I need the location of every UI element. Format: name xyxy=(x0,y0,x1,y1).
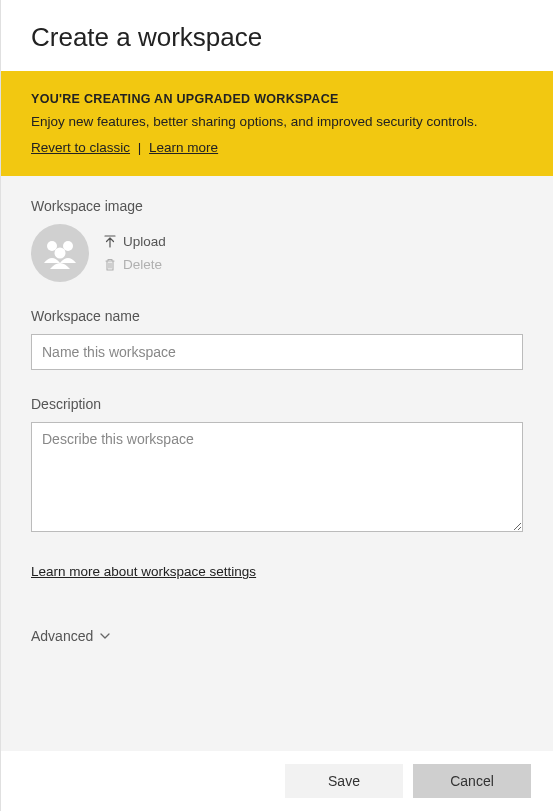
workspace-avatar-placeholder xyxy=(31,224,89,282)
upgrade-banner: YOU'RE CREATING AN UPGRADED WORKSPACE En… xyxy=(1,71,553,176)
description-textarea[interactable] xyxy=(31,422,523,532)
separator: | xyxy=(138,140,142,155)
cancel-button[interactable]: Cancel xyxy=(413,764,531,798)
chevron-down-icon xyxy=(99,630,111,642)
learn-more-link[interactable]: Learn more xyxy=(149,140,218,155)
dialog-footer: Save Cancel xyxy=(1,751,553,811)
group-icon xyxy=(40,237,80,269)
form-content: Workspace image xyxy=(1,176,553,751)
save-button[interactable]: Save xyxy=(285,764,403,798)
advanced-label: Advanced xyxy=(31,628,93,644)
workspace-image-label: Workspace image xyxy=(31,198,523,214)
workspace-name-input[interactable] xyxy=(31,334,523,370)
upload-label: Upload xyxy=(123,234,166,249)
workspace-name-label: Workspace name xyxy=(31,308,523,324)
delete-image-button: Delete xyxy=(103,257,166,272)
revert-to-classic-link[interactable]: Revert to classic xyxy=(31,140,130,155)
svg-point-1 xyxy=(63,241,73,251)
banner-links: Revert to classic | Learn more xyxy=(31,137,523,159)
svg-point-2 xyxy=(55,248,66,259)
upload-image-button[interactable]: Upload xyxy=(103,234,166,249)
description-label: Description xyxy=(31,396,523,412)
upload-icon xyxy=(103,235,117,249)
trash-icon xyxy=(103,258,117,272)
advanced-toggle[interactable]: Advanced xyxy=(31,628,523,644)
dialog-header: Create a workspace xyxy=(1,0,553,71)
dialog-title: Create a workspace xyxy=(31,22,523,53)
workspace-settings-link[interactable]: Learn more about workspace settings xyxy=(31,564,256,579)
banner-text: Enjoy new features, better sharing optio… xyxy=(31,111,523,133)
svg-point-0 xyxy=(47,241,57,251)
delete-label: Delete xyxy=(123,257,162,272)
banner-title: YOU'RE CREATING AN UPGRADED WORKSPACE xyxy=(31,89,523,109)
